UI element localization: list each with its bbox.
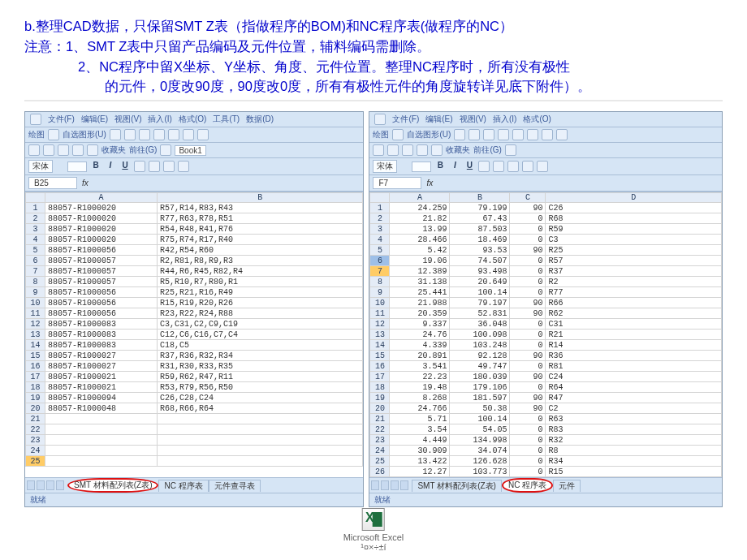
- cell[interactable]: R15: [546, 467, 722, 477]
- row-header[interactable]: 21: [370, 414, 390, 424]
- cell[interactable]: R83: [546, 424, 722, 435]
- cell[interactable]: R23,R22,R24,R88: [158, 308, 363, 319]
- cell[interactable]: 88057-R1000020: [45, 235, 158, 245]
- cell[interactable]: 0: [510, 256, 546, 266]
- cell[interactable]: 88057-R1000027: [45, 361, 158, 372]
- cell[interactable]: 0: [510, 361, 546, 372]
- cell[interactable]: 88057-R1000094: [45, 393, 158, 403]
- wordart-icon[interactable]: [183, 129, 194, 140]
- row-header[interactable]: 2: [26, 213, 45, 224]
- cell[interactable]: 100.14: [450, 287, 510, 298]
- row-header[interactable]: 16: [370, 361, 390, 372]
- size-select[interactable]: [67, 162, 87, 172]
- cell[interactable]: R21: [546, 330, 722, 340]
- row-header[interactable]: 12: [26, 319, 45, 330]
- cell[interactable]: 12.27: [390, 467, 450, 477]
- tab-nav[interactable]: [27, 480, 64, 490]
- arrow-icon[interactable]: [468, 129, 480, 140]
- arrow-icon[interactable]: [124, 129, 136, 140]
- cell[interactable]: 52.831: [450, 308, 510, 319]
- pointer-icon[interactable]: [48, 129, 59, 140]
- row-header[interactable]: 1: [26, 203, 45, 213]
- row-header[interactable]: 6: [26, 256, 45, 266]
- cell[interactable]: C31: [546, 319, 722, 330]
- home-icon[interactable]: [87, 144, 98, 156]
- row-header[interactable]: 7: [370, 266, 390, 277]
- cell[interactable]: C26,C28,C24: [158, 393, 363, 403]
- cell[interactable]: R66: [546, 298, 722, 308]
- menu-view[interactable]: 视图(V): [460, 114, 486, 125]
- forward-icon[interactable]: [387, 144, 399, 156]
- cell[interactable]: R68: [546, 213, 722, 224]
- row-header[interactable]: 21: [26, 414, 45, 424]
- back-icon[interactable]: [373, 144, 384, 156]
- cell[interactable]: 88057-R1000057: [45, 277, 158, 287]
- menu-file[interactable]: 文件(F): [392, 114, 419, 125]
- row-header[interactable]: 11: [370, 308, 390, 319]
- cell[interactable]: C24: [546, 372, 722, 382]
- cell[interactable]: R68,R66,R64: [158, 403, 363, 414]
- bold-button[interactable]: B: [434, 161, 446, 172]
- autoshape-label[interactable]: 自选图形(U): [407, 129, 451, 140]
- corner-cell[interactable]: [26, 193, 45, 203]
- cell[interactable]: R59,R62,R47,R11: [158, 372, 363, 382]
- row-header[interactable]: 9: [370, 287, 390, 298]
- cell[interactable]: [158, 435, 363, 446]
- cell[interactable]: [158, 446, 363, 456]
- name-box[interactable]: F7: [373, 177, 421, 189]
- row-header[interactable]: 13: [26, 330, 45, 340]
- cell[interactable]: R77: [546, 287, 722, 298]
- fill-icon[interactable]: [542, 129, 553, 140]
- home-icon[interactable]: [431, 144, 443, 156]
- tab-nc[interactable]: NC 程序表: [502, 478, 553, 493]
- cell[interactable]: 54.05: [450, 424, 510, 435]
- row-header[interactable]: 8: [26, 277, 45, 287]
- row-header[interactable]: 3: [370, 224, 390, 235]
- cell[interactable]: C12,C6,C16,C7,C4: [158, 330, 363, 340]
- cell[interactable]: 90: [510, 308, 546, 319]
- cell[interactable]: 79.199: [450, 203, 510, 213]
- cell[interactable]: 0: [510, 446, 546, 456]
- cell[interactable]: 90: [510, 298, 546, 308]
- col-header-b[interactable]: B: [450, 193, 510, 203]
- cell[interactable]: R77,R63,R78,R51: [158, 213, 363, 224]
- cell[interactable]: R5,R10,R7,R80,R1: [158, 277, 363, 287]
- cell[interactable]: 88057-R1000057: [45, 256, 158, 266]
- line-icon[interactable]: [110, 129, 121, 140]
- cell[interactable]: 90: [510, 372, 546, 382]
- cell[interactable]: 8.268: [390, 393, 450, 403]
- cell[interactable]: 3.54: [390, 424, 450, 435]
- cell[interactable]: 88057-R1000027: [45, 351, 158, 361]
- menu-edit[interactable]: 编辑(E): [81, 114, 108, 125]
- cell[interactable]: 88057-R1000083: [45, 340, 158, 351]
- align-right-icon[interactable]: [163, 161, 175, 172]
- row-header[interactable]: 10: [370, 298, 390, 308]
- menu-format[interactable]: 格式(O): [523, 114, 551, 125]
- row-header[interactable]: 17: [26, 372, 45, 382]
- embedded-excel-icon[interactable]: Microsoft Excel ¹¤×÷±í: [343, 508, 404, 552]
- cell[interactable]: 88057-R1000048: [45, 403, 158, 414]
- menu-edit[interactable]: 编辑(E): [425, 114, 452, 125]
- row-header[interactable]: 4: [26, 235, 45, 245]
- cell[interactable]: 0: [510, 287, 546, 298]
- cell[interactable]: 92.128: [450, 351, 510, 361]
- back-icon[interactable]: [28, 144, 40, 156]
- row-header[interactable]: 15: [26, 351, 45, 361]
- tab-components[interactable]: 元件查寻表: [209, 480, 261, 492]
- cell[interactable]: 0: [510, 456, 546, 467]
- cell[interactable]: R8: [546, 446, 722, 456]
- cell[interactable]: R75,R74,R17,R40: [158, 235, 363, 245]
- menu-tools[interactable]: 工具(T): [213, 114, 240, 125]
- grid-right[interactable]: A B C D 124.25979.19990C26221.8267.430R6…: [369, 192, 722, 477]
- menu-format[interactable]: 格式(O): [179, 114, 206, 125]
- textbox-icon[interactable]: [168, 129, 179, 140]
- cell[interactable]: 88057-R1000056: [45, 298, 158, 308]
- row-header[interactable]: 5: [370, 245, 390, 256]
- cell[interactable]: R37,R36,R32,R34: [158, 351, 363, 361]
- cell[interactable]: 134.998: [450, 435, 510, 446]
- cell[interactable]: 103.248: [450, 340, 510, 351]
- cell[interactable]: R62: [546, 308, 722, 319]
- cell[interactable]: 88057-R1000056: [45, 245, 158, 256]
- row-header[interactable]: 13: [370, 330, 390, 340]
- cell[interactable]: R59: [546, 224, 722, 235]
